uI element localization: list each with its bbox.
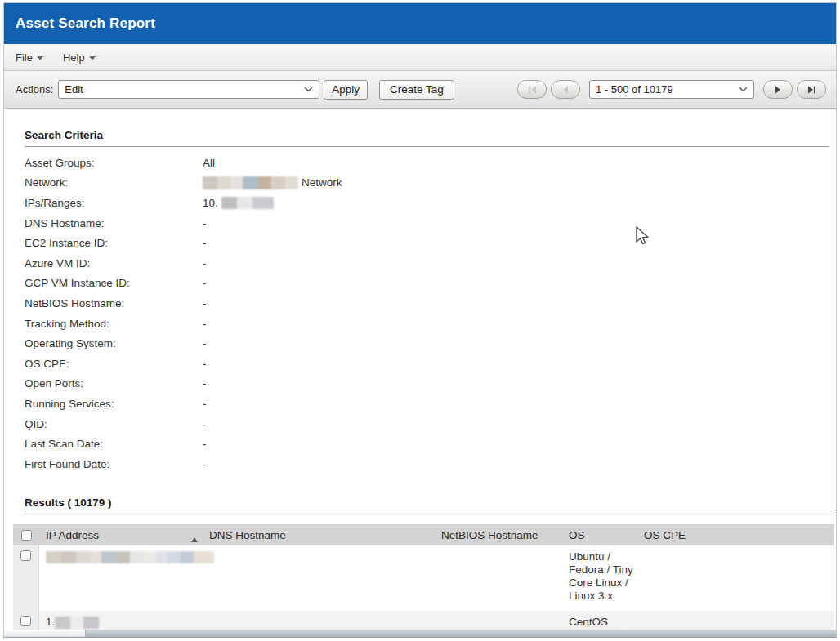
menu-help[interactable]: Help — [63, 51, 96, 64]
next-page-button[interactable] — [763, 80, 793, 99]
criteria-label: Tracking Method: — [25, 318, 203, 330]
asset-search-report-page: Asset Search Report File Help Actions: E… — [0, 0, 840, 641]
page-title: Asset Search Report — [16, 16, 155, 32]
netbios-hostname-cell — [435, 611, 562, 630]
column-header-dns-hostname[interactable]: DNS Hostname — [203, 529, 435, 541]
column-header-os-cpe[interactable]: OS CPE — [637, 529, 834, 541]
criteria-row: Tracking Method: - — [25, 314, 829, 334]
actions-select[interactable]: Edit — [58, 80, 319, 99]
criteria-row: IPs/Ranges: 10. — [25, 193, 829, 213]
first-page-icon — [527, 85, 538, 95]
os-cpe-cell — [637, 545, 834, 611]
previous-page-button[interactable] — [551, 80, 580, 99]
criteria-label: Azure VM ID: — [25, 257, 203, 269]
criteria-value: - — [203, 458, 829, 470]
criteria-row: QID: - — [25, 414, 829, 434]
search-criteria-list: Asset Groups: All Network: Network IPs/R… — [25, 153, 829, 474]
select-all-checkbox[interactable] — [21, 530, 32, 541]
criteria-label: NetBIOS Hostname: — [25, 297, 203, 309]
criteria-label: Running Services: — [25, 398, 203, 410]
criteria-row: Network: Network — [25, 173, 829, 194]
dns-hostname-cell — [203, 545, 435, 611]
criteria-row: GCP VM Instance ID: - — [25, 274, 829, 294]
horizontal-scrollbar[interactable] — [4, 630, 836, 637]
criteria-value: - — [203, 257, 829, 269]
os-cpe-cell — [637, 611, 834, 630]
netbios-hostname-cell — [435, 545, 562, 611]
criteria-value: - — [203, 297, 829, 309]
criteria-value: Network — [203, 176, 829, 189]
create-tag-button[interactable]: Create Tag — [379, 80, 454, 100]
criteria-value: - — [203, 358, 829, 370]
criteria-label: Last Scan Date: — [25, 438, 203, 450]
results-table-header: IP Address DNS Hostname NetBIOS Hostname… — [13, 524, 834, 545]
sort-ascending-icon — [191, 537, 198, 542]
chevron-down-icon — [89, 56, 96, 60]
results-section: Results ( 10179 ) IP Address DNS Hostnam… — [13, 496, 834, 630]
next-page-icon — [773, 85, 783, 95]
criteria-label: EC2 Instance ID: — [25, 237, 203, 249]
chevron-down-icon — [304, 87, 313, 92]
criteria-row: Open Ports: - — [25, 374, 829, 394]
criteria-label: OS CPE: — [25, 358, 203, 370]
last-page-icon — [806, 85, 817, 95]
criteria-value: - — [203, 237, 829, 249]
horizontal-scrollbar-thumb[interactable] — [4, 630, 86, 637]
column-header-ip-address[interactable]: IP Address — [39, 529, 203, 541]
criteria-value: - — [203, 398, 829, 410]
menu-help-label: Help — [63, 51, 85, 64]
redacted-value — [46, 551, 214, 563]
criteria-value: - — [203, 318, 829, 330]
criteria-value: All — [203, 157, 829, 169]
pagination-controls: 1 - 500 of 10179 — [517, 80, 826, 99]
row-checkbox-cell — [13, 611, 39, 630]
column-header-netbios-hostname[interactable]: NetBIOS Hostname — [435, 529, 562, 541]
table-row: Ubuntu / Fedora / Tiny Core Linux / Linu… — [13, 545, 834, 611]
actions-select-value: Edit — [65, 83, 83, 96]
criteria-row: Asset Groups: All — [25, 153, 829, 173]
column-header-os[interactable]: OS — [562, 529, 637, 541]
criteria-value: - — [203, 217, 829, 229]
criteria-label: IPs/Ranges: — [25, 197, 203, 209]
redacted-value — [203, 176, 298, 189]
table-row: 1. CentOS Linux — [13, 611, 834, 630]
row-checkbox-cell — [13, 545, 39, 611]
report-body: Search Criteria Asset Groups: All Networ… — [4, 110, 836, 630]
criteria-value: - — [203, 337, 829, 349]
criteria-label: QID: — [25, 418, 203, 430]
criteria-row: First Found Date: - — [25, 454, 829, 474]
chevron-down-icon — [37, 56, 43, 60]
page-range-value: 1 - 500 of 10179 — [596, 83, 673, 96]
redacted-value — [221, 197, 274, 209]
os-cell: CentOS Linux — [562, 611, 637, 630]
asset-search-report-window: Asset Search Report File Help Actions: E… — [3, 2, 837, 638]
results-heading: Results ( 10179 ) — [25, 496, 834, 514]
criteria-value: - — [203, 377, 829, 389]
criteria-label: First Found Date: — [25, 458, 203, 470]
last-page-button[interactable] — [797, 80, 826, 99]
titlebar: Asset Search Report — [4, 3, 836, 44]
first-page-button[interactable] — [517, 80, 547, 99]
criteria-row: EC2 Instance ID: - — [25, 233, 829, 253]
redacted-value — [55, 617, 99, 629]
search-criteria-heading: Search Criteria — [25, 129, 829, 147]
ip-address-cell: 1. — [39, 611, 203, 630]
menu-file[interactable]: File — [16, 51, 43, 64]
row-checkbox[interactable] — [20, 616, 31, 626]
criteria-value: - — [203, 418, 829, 430]
actions-label: Actions: — [16, 83, 53, 96]
criteria-row: Operating System: - — [25, 333, 829, 354]
page-range-select[interactable]: 1 - 500 of 10179 — [589, 80, 754, 99]
menu-file-label: File — [16, 51, 33, 64]
criteria-row: NetBIOS Hostname: - — [25, 293, 829, 314]
menubar: File Help — [4, 44, 836, 71]
chevron-down-icon — [739, 87, 748, 92]
row-checkbox[interactable] — [20, 550, 31, 561]
criteria-value-suffix: Network — [302, 176, 342, 189]
criteria-row: Azure VM ID: - — [25, 253, 829, 274]
apply-button[interactable]: Apply — [324, 80, 368, 100]
criteria-label: Network: — [25, 176, 203, 189]
search-criteria-section: Search Criteria Asset Groups: All Networ… — [25, 129, 829, 474]
criteria-row: OS CPE: - — [25, 354, 829, 374]
criteria-row: DNS Hostname: - — [25, 213, 829, 234]
